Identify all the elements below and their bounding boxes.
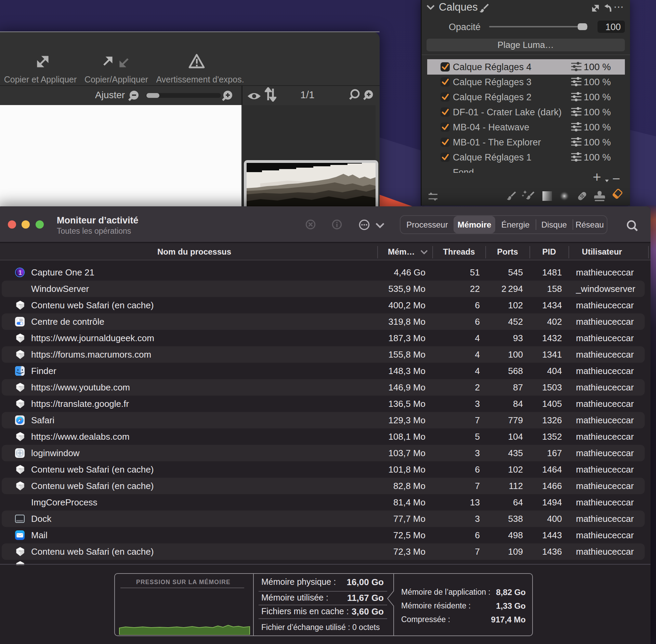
svg-text:1: 1: [18, 269, 22, 276]
